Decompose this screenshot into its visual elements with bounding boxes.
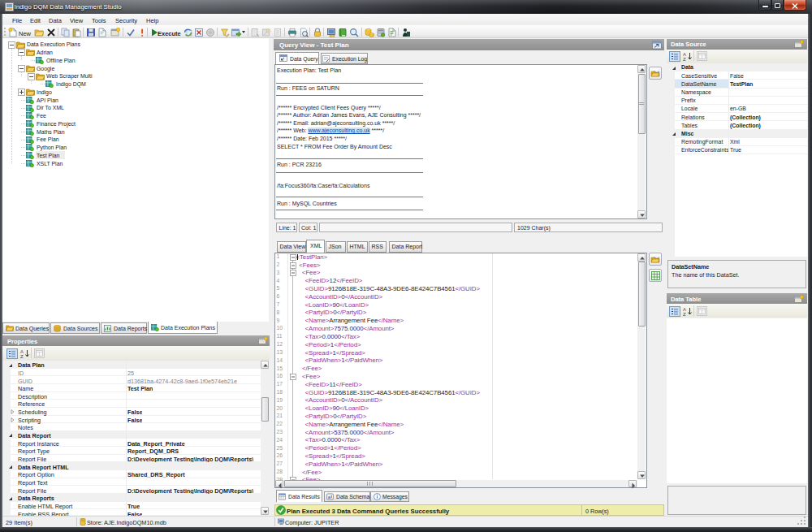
svg-text:Z: Z xyxy=(683,57,686,62)
svg-text:Z: Z xyxy=(20,354,24,359)
svg-text:Z: Z xyxy=(683,312,686,317)
